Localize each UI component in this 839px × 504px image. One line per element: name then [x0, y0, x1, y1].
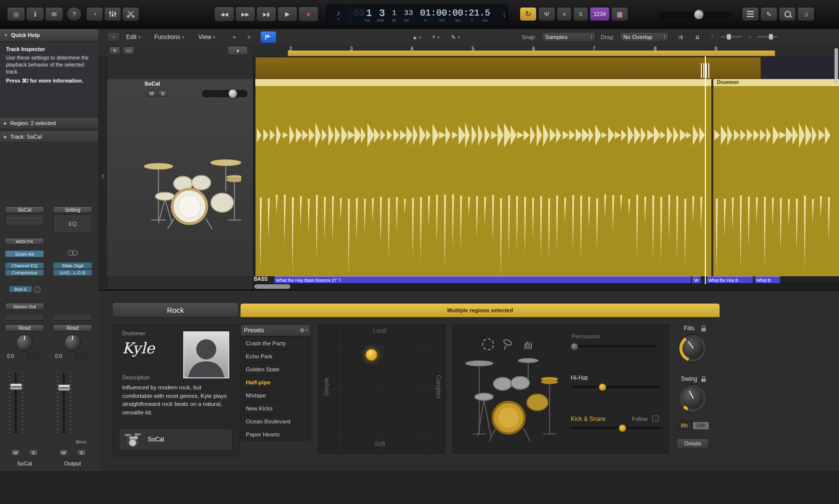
strip2-group-slot[interactable] [53, 313, 92, 321]
view-menu[interactable]: View▾ [198, 32, 215, 42]
add-track-button[interactable]: + [109, 47, 120, 55]
horizontal-zoom-icon[interactable]: ↔ [747, 33, 752, 39]
strip1-group-slot[interactable] [5, 313, 44, 321]
handclap-icon[interactable] [522, 338, 534, 350]
quick-help-header[interactable]: ▼ Quick Help [0, 29, 98, 42]
strip1-output-button[interactable]: Stereo Out [5, 303, 44, 310]
lcd-tick-value[interactable]: 33 [404, 9, 413, 18]
solo-mode-button[interactable]: S [573, 7, 588, 21]
swing-8th-button[interactable]: 8th [677, 421, 692, 430]
fills-lock-icon[interactable] [701, 325, 706, 332]
search-icon[interactable] [779, 7, 796, 21]
cycle-band[interactable] [288, 51, 775, 56]
note-pads-icon[interactable]: ✎ [760, 7, 777, 21]
preset-item-selected[interactable]: Half-pipe [241, 376, 310, 389]
lcd-display[interactable]: ♪ ▾ 00 1 3 1 33 bar beat div tick 01:00:… [326, 5, 508, 26]
xy-pad-puck[interactable] [365, 349, 377, 361]
crossfade-tool-icon[interactable]: × [242, 32, 255, 42]
playhead[interactable] [705, 56, 706, 284]
track-name[interactable]: SoCal [127, 81, 177, 87]
strip2-fader-rail[interactable] [63, 372, 65, 433]
kick-snare-slider[interactable] [571, 427, 661, 429]
bass-region-main[interactable]: What the Hey Bass bounce 27 ↻ [274, 276, 691, 283]
swing-lock-icon[interactable] [701, 376, 706, 382]
swing-knob[interactable] [679, 384, 707, 412]
preset-item[interactable]: Echo Park [241, 350, 310, 363]
track-volume-slider[interactable] [202, 90, 247, 97]
percussion-slider-knob[interactable] [571, 343, 578, 350]
strip2-insert-uad[interactable]: UAD...L G B [53, 269, 92, 276]
snap-dropdown[interactable]: Samples ▴▾ [542, 32, 596, 42]
media-browser-icon[interactable]: ♫ [797, 7, 814, 21]
preset-item[interactable]: Golden State [241, 363, 310, 376]
cycle-button[interactable]: ↻ [520, 7, 537, 21]
preset-item[interactable]: Mixtape [241, 389, 310, 402]
play-button[interactable]: ▶ [277, 7, 297, 22]
track-header-options-button[interactable]: ▾ [228, 46, 248, 55]
strip2-value-box[interactable] [74, 353, 88, 359]
upper-region[interactable] [255, 57, 761, 79]
go-to-end-button[interactable]: ▶▮ [256, 7, 276, 22]
strip2-mute-button[interactable]: M [59, 449, 68, 456]
list-editors-icon[interactable] [742, 7, 759, 21]
track-inspector-bar[interactable]: ▶ Track: SoCal [0, 131, 98, 143]
drag-dropdown[interactable]: No Overlap ▴▾ [620, 32, 669, 42]
strip1-insert-channel-eq[interactable]: Channel EQ [5, 262, 44, 269]
strip1-solo-button[interactable]: S [29, 449, 38, 456]
strip2-gain-value[interactable]: 0.0 [55, 353, 70, 359]
vertical-scrollbar-thumb[interactable] [834, 48, 838, 84]
strip2-fader-cap[interactable] [58, 384, 70, 391]
left-click-tool-menu[interactable]: ▲ ▾ [412, 32, 421, 42]
strip1-midi-fx-button[interactable]: MIDI FX [5, 238, 44, 245]
strip1-mute-button[interactable]: M [11, 449, 20, 456]
strip1-send-knob[interactable] [34, 286, 41, 293]
strip1-fader-cap[interactable] [10, 383, 22, 390]
strip1-setting-button[interactable]: SoCal [5, 206, 44, 213]
burn-icon[interactable]: ◎ [7, 7, 25, 21]
kit-illustration[interactable] [458, 350, 566, 448]
track-volume-knob[interactable] [228, 89, 237, 98]
strip1-insert-drum-kit[interactable]: Drum Kit [5, 250, 44, 257]
strip1-pan-knob[interactable] [16, 334, 33, 351]
bass-region-2[interactable]: What the Hey B [707, 276, 753, 283]
snap-mode-icon[interactable]: ⇉ [674, 32, 687, 42]
monitor-icon[interactable]: ✉ [45, 7, 63, 21]
vertical-zoom-icon[interactable]: ↕ [711, 33, 714, 39]
marquee-tool-button[interactable] [260, 31, 276, 43]
follow-checkbox[interactable] [652, 415, 659, 422]
master-volume-knob[interactable] [694, 10, 704, 20]
percussion-slider[interactable] [572, 345, 657, 347]
catch-playhead-icon[interactable]: ⇊ [691, 32, 704, 42]
tuner-icon[interactable]: Ψ [538, 7, 555, 21]
strip2-setting-button[interactable]: Setting [53, 206, 92, 213]
strip2-automation-read[interactable]: Read [53, 324, 92, 331]
vertical-zoom-slider[interactable] [721, 36, 742, 38]
preset-item[interactable]: New Kicks [241, 402, 310, 415]
strip1-value-box[interactable] [26, 353, 40, 359]
info-icon[interactable]: ℹ [26, 7, 44, 21]
timer-icon[interactable]: ◔ [86, 7, 103, 21]
rewind-button[interactable]: ◀◀ [214, 7, 234, 22]
bass-region-3[interactable]: What th [755, 276, 780, 283]
command-click-tool-menu[interactable]: + ▾ [432, 32, 440, 42]
xy-pad[interactable] [318, 324, 445, 453]
horizontal-zoom-slider[interactable] [757, 36, 778, 38]
genre-popup-button[interactable]: Rock [112, 302, 239, 317]
edit-menu[interactable]: Edit▾ [126, 32, 141, 42]
strip2-eq-thumbnail[interactable]: EQ [53, 214, 92, 233]
help-icon[interactable]: ? [67, 7, 82, 21]
lcd-stepper[interactable]: ▴ ▾ [503, 5, 505, 25]
lcd-div-value[interactable]: 1 [392, 9, 396, 18]
preset-item[interactable]: Paper Hearts [241, 428, 310, 441]
strip1-bus-send[interactable]: Bus 5 [9, 286, 32, 292]
presets-gear-button[interactable]: ⚙ ▾ [300, 327, 307, 334]
hihat-slider[interactable] [571, 386, 661, 388]
strip1-insert-compressor[interactable]: Compressor [5, 269, 44, 276]
lcd-beat-value[interactable]: 3 [379, 8, 385, 19]
hihat-slider-knob[interactable] [599, 383, 606, 391]
lcd-time-value[interactable]: 01:00:00:21.5 [420, 8, 490, 18]
strip1-fader-rail[interactable] [15, 372, 17, 433]
swing-16th-button[interactable]: 16th [692, 421, 709, 430]
horizontal-scrollbar-thumb[interactable] [254, 284, 290, 289]
strip2-format-button[interactable] [53, 249, 92, 256]
